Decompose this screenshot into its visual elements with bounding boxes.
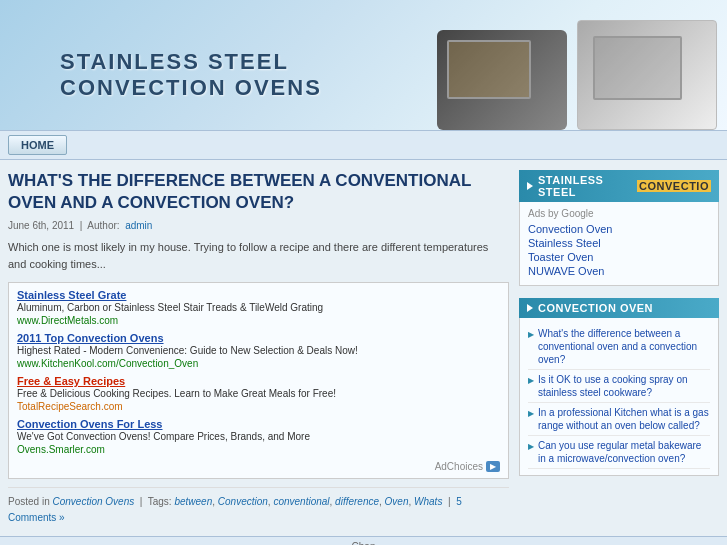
tag-conventional[interactable]: conventional: [273, 496, 329, 507]
oven-image-2: [577, 20, 717, 130]
sidebar-link-1[interactable]: What's the difference between a conventi…: [538, 327, 710, 366]
site-header: STAINLESS STEEL CONVECTION OVENS: [0, 0, 727, 130]
header-images: [437, 0, 727, 130]
ad-url-3: TotalRecipeSearch.com: [17, 401, 500, 412]
tag-oven[interactable]: Oven: [385, 496, 409, 507]
content-area: WHAT'S THE DIFFERENCE BETWEEN A CONVENTI…: [8, 170, 509, 526]
list-item-3: In a professional Kitchen what is a gas …: [528, 403, 710, 436]
ad-link-4[interactable]: Convection Ovens For Less: [17, 418, 500, 430]
adchoices: AdChoices ▶: [17, 461, 500, 472]
tag-convection[interactable]: Convection: [218, 496, 268, 507]
sidebar-widget-links: CONVECTION OVEN What's the difference be…: [519, 298, 719, 476]
ad-item-3: Free & Easy Recipes Free & Delicious Coo…: [17, 375, 500, 412]
site-title: STAINLESS STEEL CONVECTION OVENS: [0, 29, 437, 101]
sidebar-link-4[interactable]: Can you use regular metal bakeware in a …: [538, 439, 710, 465]
ads-by-google-label: Ads by Google: [528, 208, 710, 219]
posted-in-link[interactable]: Convection Ovens: [52, 496, 134, 507]
sidebar-link-3[interactable]: In a professional Kitchen what is a gas …: [538, 406, 710, 432]
ad-desc-1: Aluminum, Carbon or Stainless Steel Stai…: [17, 302, 323, 313]
ad-item-1: Stainless Steel Grate Aluminum, Carbon o…: [17, 289, 500, 326]
widget-title-2: CONVECTION OVEN: [519, 298, 719, 318]
ad-url-1: www.DirectMetals.com: [17, 315, 500, 326]
sidebar-ad-4[interactable]: NUWAVE Oven: [528, 265, 710, 277]
home-button[interactable]: HOME: [8, 135, 67, 155]
ad-link-3[interactable]: Free & Easy Recipes: [17, 375, 500, 387]
oven-image-1: [437, 30, 567, 130]
ad-link-1[interactable]: Stainless Steel Grate: [17, 289, 500, 301]
tag-between[interactable]: between: [174, 496, 212, 507]
sidebar-links-list: What's the difference between a conventi…: [528, 324, 710, 469]
adchoices-label: AdChoices: [435, 461, 483, 472]
post-author-link[interactable]: admin: [125, 220, 152, 231]
widget-body-1: Ads by Google Convection Oven Stainless …: [519, 202, 719, 286]
post-excerpt: Which one is most likely in my house. Tr…: [8, 239, 509, 272]
tag-whats[interactable]: Whats: [414, 496, 442, 507]
tags-label: Tags:: [148, 496, 172, 507]
list-item-4: Can you use regular metal bakeware in a …: [528, 436, 710, 469]
ad-block: Stainless Steel Grate Aluminum, Carbon o…: [8, 282, 509, 479]
post-author-label: Author:: [87, 220, 119, 231]
navigation: HOME: [0, 130, 727, 160]
widget-title-text-2: CONVECTION OVEN: [538, 302, 653, 314]
post-title: WHAT'S THE DIFFERENCE BETWEEN A CONVENTI…: [8, 170, 509, 214]
sidebar: STAINLESS STEEL CONVECTIO Ads by Google …: [519, 170, 719, 526]
sidebar-link-2[interactable]: Is it OK to use a cooking spray on stain…: [538, 373, 710, 399]
sidebar-ad-1[interactable]: Convection Oven: [528, 223, 710, 235]
main-layout: WHAT'S THE DIFFERENCE BETWEEN A CONVENTI…: [0, 160, 727, 536]
ad-url-2: www.KitchenKool.com/Convection_Oven: [17, 358, 500, 369]
widget-title-highlight: CONVECTIO: [637, 180, 711, 192]
ad-url-4: Ovens.Smarler.com: [17, 444, 500, 455]
ad-item-2: 2011 Top Convection Ovens Highest Rated …: [17, 332, 500, 369]
sidebar-widget-ads: STAINLESS STEEL CONVECTIO Ads by Google …: [519, 170, 719, 286]
post-meta: June 6th, 2011 | Author: admin: [8, 220, 509, 231]
posted-in-label: Posted in: [8, 496, 50, 507]
ad-desc-3: Free & Delicious Cooking Recipes. Learn …: [17, 388, 336, 399]
sidebar-ad-2[interactable]: Stainless Steel: [528, 237, 710, 249]
ad-link-2[interactable]: 2011 Top Convection Ovens: [17, 332, 500, 344]
post-footer: Posted in Convection Ovens | Tags: betwe…: [8, 487, 509, 526]
list-item-1: What's the difference between a conventi…: [528, 324, 710, 370]
ad-desc-2: Highest Rated - Modern Convenience: Guid…: [17, 345, 358, 356]
sidebar-ad-3[interactable]: Toaster Oven: [528, 251, 710, 263]
widget-arrow-icon-2: [527, 304, 533, 312]
adchoices-icon: ▶: [486, 461, 500, 472]
widget-title-1: STAINLESS STEEL CONVECTIO: [519, 170, 719, 202]
list-item-2: Is it OK to use a cooking spray on stain…: [528, 370, 710, 403]
widget-arrow-icon: [527, 182, 533, 190]
widget-body-2: What's the difference between a conventi…: [519, 318, 719, 476]
widget-title-text-1: STAINLESS STEEL: [538, 174, 624, 198]
footer-chan: Chan: [352, 541, 376, 545]
tag-difference[interactable]: difference: [335, 496, 379, 507]
ad-desc-4: We've Got Convection Ovens! Compare Pric…: [17, 431, 310, 442]
page-footer: Chan: [0, 536, 727, 545]
post-date: June 6th, 2011: [8, 220, 74, 231]
ad-item-4: Convection Ovens For Less We've Got Conv…: [17, 418, 500, 455]
